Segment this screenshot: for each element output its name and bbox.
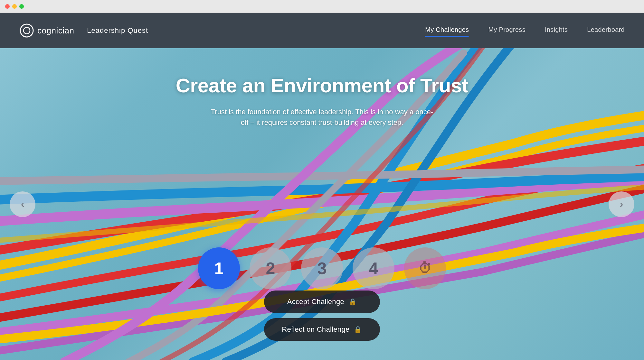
hero-title: Create an Environment of Trust: [176, 74, 468, 97]
step-circle-1[interactable]: 1: [198, 247, 240, 289]
logo-text: cognician: [37, 26, 74, 36]
step-circle-4[interactable]: 4: [353, 247, 394, 289]
brand-name: Leadership Quest: [87, 26, 148, 35]
accept-challenge-label: Accept Challenge: [287, 298, 344, 306]
accept-challenge-button[interactable]: Accept Challenge 🔒: [264, 291, 380, 313]
left-chevron-icon: ‹: [21, 198, 24, 210]
next-arrow[interactable]: ›: [609, 191, 634, 217]
minimize-button[interactable]: [12, 4, 17, 9]
nav-item-my-challenges[interactable]: My Challenges: [425, 26, 469, 35]
accept-lock-icon: 🔒: [349, 298, 357, 306]
hero-subtitle: Trust is the foundation of effective lea…: [209, 106, 435, 128]
step-circle-3[interactable]: 3: [301, 247, 343, 289]
prev-arrow[interactable]: ‹: [10, 191, 35, 217]
reflect-challenge-label: Reflect on Challenge: [282, 325, 349, 334]
hero-section: Create an Environment of Trust Trust is …: [0, 48, 644, 360]
nav-item-my-progress[interactable]: My Progress: [488, 26, 526, 35]
step-circle-2[interactable]: 2: [250, 247, 291, 289]
navbar: cognician Leadership Quest My Challenges…: [0, 13, 644, 48]
nav-item-insights[interactable]: Insights: [545, 26, 568, 35]
logo-icon: [19, 23, 34, 38]
reflect-lock-icon: 🔒: [354, 326, 362, 333]
reflect-on-challenge-button[interactable]: Reflect on Challenge 🔒: [264, 318, 380, 341]
app-container: cognician Leadership Quest My Challenges…: [0, 13, 644, 360]
step-circle-timer[interactable]: ⏱: [404, 247, 446, 289]
nav-item-leaderboard[interactable]: Leaderboard: [587, 26, 625, 35]
window-chrome: [0, 0, 644, 13]
close-button[interactable]: [5, 4, 10, 9]
svg-point-0: [20, 24, 33, 37]
svg-point-1: [24, 27, 30, 34]
right-chevron-icon: ›: [620, 198, 623, 210]
step-circles: 1 2 3 4 ⏱: [198, 247, 446, 289]
maximize-button[interactable]: [19, 4, 24, 9]
logo[interactable]: cognician: [19, 23, 74, 38]
navbar-right: My Challenges My Progress Insights Leade…: [425, 26, 625, 35]
action-buttons: Accept Challenge 🔒 Reflect on Challenge …: [264, 291, 380, 341]
navbar-left: cognician Leadership Quest: [19, 23, 148, 38]
